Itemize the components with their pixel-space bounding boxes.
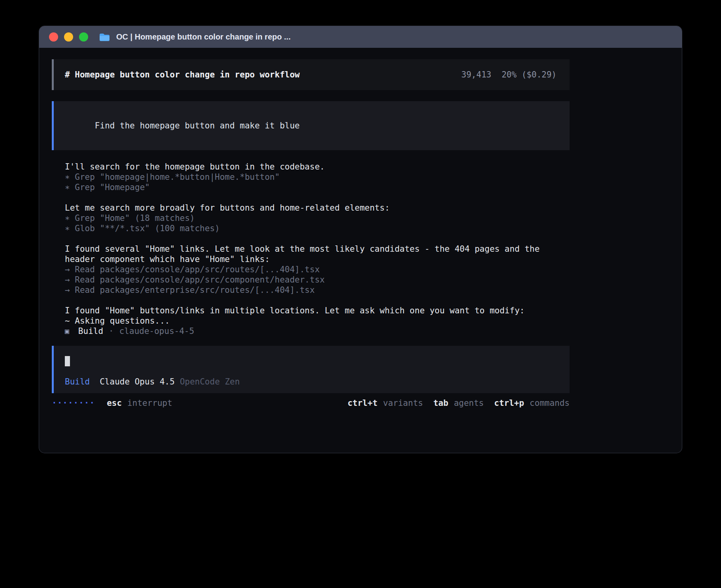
window-titlebar[interactable]: OC | Homepage button color change in rep…: [39, 26, 682, 48]
user-message-text: Find the homepage button and make it blu…: [95, 121, 300, 130]
assistant-paragraph: Let me search more broadly for buttons a…: [65, 203, 570, 213]
tool-call-group: ∗ Grep "homepage|home.*button|Home.*butt…: [65, 172, 570, 192]
session-stats: 39,413 20% ($0.29): [461, 70, 557, 80]
hint-commands: ctrl+p commands: [494, 398, 570, 408]
context-cost: 20% ($0.29): [502, 70, 557, 80]
agent-model: claude-opus-4-5: [119, 326, 194, 336]
agent-separator: ·: [109, 326, 114, 336]
session-title: # Homepage button color change in repo w…: [65, 70, 300, 80]
status-bar-right: ctrl+t variants tab agents ctrl+p comman…: [347, 398, 570, 408]
prompt-input[interactable]: Build Claude Opus 4.5 OpenCode Zen: [52, 346, 570, 393]
tool-call-grep: ∗ Grep "homepage|home.*button|Home.*butt…: [65, 172, 570, 182]
user-message: Find the homepage button and make it blu…: [52, 101, 570, 150]
hint-key: ctrl+t: [347, 398, 377, 408]
assistant-paragraph: I found "Home" buttons/links in multiple…: [65, 305, 570, 316]
traffic-lights: [49, 32, 88, 41]
hint-label: commands: [530, 398, 570, 408]
agent-name: Build: [78, 326, 103, 336]
provider-name: OpenCode Zen: [180, 377, 240, 387]
text-cursor: [65, 356, 70, 366]
tool-call-read: → Read packages/console/app/src/componen…: [65, 275, 570, 285]
minimize-button[interactable]: [64, 32, 73, 41]
terminal-content: # Homepage button color change in repo w…: [39, 48, 682, 408]
window-title: OC | Homepage button color change in rep…: [116, 32, 291, 41]
esc-key-hint: esc: [107, 398, 122, 408]
hint-label: agents: [454, 398, 484, 408]
esc-key-label: interrupt: [127, 398, 172, 408]
spinner-dots: ········: [52, 398, 95, 408]
tool-call-grep: ∗ Grep "Home" (18 matches): [65, 213, 570, 223]
terminal-window: OC | Homepage button color change in rep…: [39, 26, 682, 453]
hint-key: tab: [433, 398, 448, 408]
session-header: # Homepage button color change in repo w…: [52, 59, 570, 90]
input-status-line: Build Claude Opus 4.5 OpenCode Zen: [65, 377, 557, 387]
hint-agents: tab agents: [433, 398, 484, 408]
token-count: 39,413: [461, 70, 491, 80]
tool-call-read: → Read packages/enterprise/src/routes/[.…: [65, 285, 570, 295]
zoom-button[interactable]: [79, 32, 88, 41]
status-bar-left: ········ esc interrupt: [52, 398, 172, 408]
agent-icon: ▣: [65, 326, 69, 336]
tool-call-group: ∗ Grep "Home" (18 matches) ∗ Glob "**/*.…: [65, 213, 570, 234]
assistant-paragraph: I'll search for the homepage button in t…: [65, 162, 570, 172]
active-agent: Build: [65, 377, 90, 387]
tool-call-glob: ∗ Glob "**/*.tsx" (100 matches): [65, 223, 570, 234]
hint-label: variants: [383, 398, 423, 408]
folder-icon: [99, 33, 110, 41]
close-button[interactable]: [49, 32, 58, 41]
tool-call-grep: ∗ Grep "Homepage": [65, 182, 570, 192]
assistant-status: ~ Asking questions...: [65, 316, 570, 326]
agent-status-line: ▣ Build · claude-opus-4-5: [65, 326, 570, 336]
hint-key: ctrl+p: [494, 398, 524, 408]
read-call-group: → Read packages/console/app/src/routes/[…: [65, 264, 570, 295]
assistant-transcript: I'll search for the homepage button in t…: [65, 162, 570, 336]
active-model: Claude Opus 4.5: [100, 377, 175, 387]
status-bar: ········ esc interrupt ctrl+t variants t…: [52, 398, 570, 408]
tool-call-read: → Read packages/console/app/src/routes/[…: [65, 264, 570, 275]
hint-variants: ctrl+t variants: [347, 398, 423, 408]
assistant-paragraph: I found several "Home" links. Let me loo…: [65, 244, 570, 264]
